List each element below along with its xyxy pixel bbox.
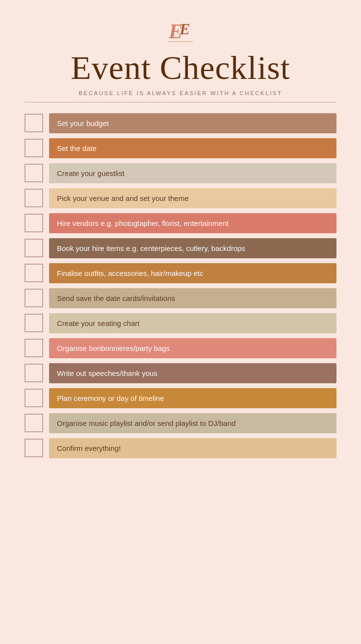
checkbox[interactable] (25, 339, 43, 357)
checklist-item: Write out speeches/thank yous (25, 363, 336, 383)
checklist-label-4: Pick your venue and and set your theme (49, 188, 336, 208)
title-divider (25, 102, 336, 102)
checklist: Set your budgetSet the dateCreate your g… (25, 113, 336, 458)
checklist-label-7: Finalise outfits, accessories, hair/make… (49, 263, 336, 283)
checklist-label-5: Hire vendors e.g. photogtapher, florist,… (49, 213, 336, 233)
checklist-item: Hire vendors e.g. photogtapher, florist,… (25, 213, 336, 233)
checklist-label-11: Write out speeches/thank yous (49, 363, 336, 383)
checklist-item: Send save the date cards/invitations (25, 288, 336, 308)
checkbox[interactable] (25, 289, 43, 307)
checklist-label-10: Organise bonbonnieres/party bags (49, 338, 336, 358)
checklist-item: Create your seating chart (25, 313, 336, 333)
checklist-label-2: Set the date (49, 138, 336, 158)
checkbox[interactable] (25, 264, 43, 282)
checklist-item: Organise bonbonnieres/party bags (25, 338, 336, 358)
checkbox[interactable] (25, 164, 43, 182)
checklist-label-14: Confirm everything! (49, 438, 336, 458)
checklist-label-1: Set your budget (49, 113, 336, 133)
checklist-label-9: Create your seating chart (49, 313, 336, 333)
checklist-label-12: Plan ceremony or day of timeline (49, 388, 336, 408)
logo-icon: E E (166, 15, 195, 47)
checkbox[interactable] (25, 189, 43, 207)
checkbox[interactable] (25, 114, 43, 132)
checklist-item: Confirm everything! (25, 438, 336, 458)
checklist-label-3: Create your guestlist (49, 163, 336, 183)
checkbox[interactable] (25, 364, 43, 382)
checklist-item: Organise music playlist and/or send play… (25, 413, 336, 433)
checklist-item: Finalise outfits, accessories, hair/make… (25, 263, 336, 283)
checkbox[interactable] (25, 314, 43, 332)
checklist-item: Set the date (25, 138, 336, 158)
svg-text:E: E (179, 20, 190, 38)
page-subtitle: BECAUSE LIFE IS ALWAYS EASIER WITH A CHE… (78, 90, 282, 96)
checkbox[interactable] (25, 389, 43, 407)
checklist-label-13: Organise music playlist and/or send play… (49, 413, 336, 433)
checkbox[interactable] (25, 139, 43, 157)
checklist-item: Create your guestlist (25, 163, 336, 183)
checkbox[interactable] (25, 214, 43, 232)
page-title: Event Checklist (71, 50, 290, 86)
checklist-label-6: Book your hire items e.g. centerpieces, … (49, 238, 336, 258)
checklist-item: Plan ceremony or day of timeline (25, 388, 336, 408)
checkbox[interactable] (25, 414, 43, 432)
checklist-item: Book your hire items e.g. centerpieces, … (25, 238, 336, 258)
checkbox[interactable] (25, 439, 43, 457)
checklist-item: Pick your venue and and set your theme (25, 188, 336, 208)
checkbox[interactable] (25, 239, 43, 257)
logo-area: E E (166, 15, 195, 47)
checklist-label-8: Send save the date cards/invitations (49, 288, 336, 308)
checklist-item: Set your budget (25, 113, 336, 133)
